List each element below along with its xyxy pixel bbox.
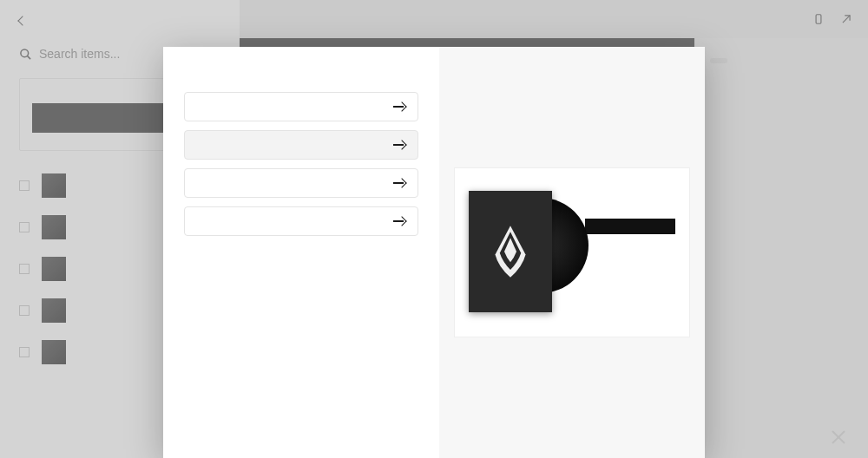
arrow-right-icon [393, 101, 405, 112]
product-preview-card [454, 167, 690, 337]
preview-meta [585, 182, 675, 323]
download-button[interactable] [585, 219, 675, 234]
option-physical[interactable] [184, 92, 418, 121]
product-type-modal [163, 47, 705, 458]
option-service[interactable] [184, 168, 418, 198]
album-cover [469, 191, 552, 312]
arrow-right-icon [393, 140, 405, 150]
option-digital[interactable] [184, 130, 418, 160]
arrow-right-icon [393, 216, 405, 226]
arrow-right-icon [393, 178, 405, 188]
album-art [469, 182, 573, 321]
modal-preview-pane [439, 47, 705, 458]
option-gift-card[interactable] [184, 206, 418, 236]
modal-content [163, 47, 439, 458]
